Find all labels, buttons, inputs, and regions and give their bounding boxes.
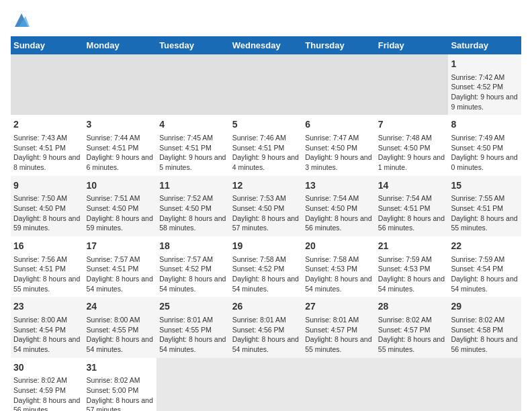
- day-header-friday: Friday: [375, 36, 449, 54]
- day-info: Sunrise: 7:58 AMSunset: 4:53 PMDaylight:…: [305, 255, 373, 294]
- calendar-cell: 20Sunrise: 7:58 AMSunset: 4:53 PMDayligh…: [302, 236, 375, 297]
- day-info: Sunrise: 8:01 AMSunset: 4:56 PMDaylight:…: [232, 315, 300, 355]
- calendar-cell: 10Sunrise: 7:51 AMSunset: 4:50 PMDayligh…: [84, 176, 157, 236]
- calendar-cell: [375, 358, 449, 411]
- day-number: 23: [13, 300, 81, 314]
- day-number: 3: [87, 118, 154, 132]
- calendar-cell: 27Sunrise: 8:01 AMSunset: 4:57 PMDayligh…: [302, 297, 375, 357]
- calendar-cell: [302, 358, 375, 411]
- day-number: 28: [378, 300, 446, 314]
- day-info: Sunrise: 7:50 AMSunset: 4:50 PMDaylight:…: [13, 193, 81, 233]
- day-number: 7: [378, 118, 446, 132]
- calendar-cell: 21Sunrise: 7:59 AMSunset: 4:53 PMDayligh…: [375, 236, 449, 297]
- calendar-cell: 6Sunrise: 7:47 AMSunset: 4:50 PMDaylight…: [302, 115, 375, 175]
- day-number: 12: [232, 179, 300, 193]
- calendar-cell: 4Sunrise: 7:45 AMSunset: 4:51 PMDaylight…: [157, 115, 230, 175]
- calendar-cell: 24Sunrise: 8:00 AMSunset: 4:55 PMDayligh…: [84, 297, 157, 357]
- day-number: 26: [232, 300, 300, 314]
- day-header-tuesday: Tuesday: [157, 36, 230, 54]
- calendar-cell: [230, 54, 303, 115]
- day-number: 2: [13, 118, 81, 132]
- day-number: 5: [232, 118, 300, 132]
- calendar-cell: [230, 358, 303, 411]
- day-info: Sunrise: 7:46 AMSunset: 4:51 PMDaylight:…: [232, 133, 300, 173]
- day-number: 6: [305, 118, 373, 132]
- day-header-wednesday: Wednesday: [230, 36, 303, 54]
- day-header-sunday: Sunday: [11, 36, 84, 54]
- day-number: 16: [13, 240, 81, 253]
- calendar-table: SundayMondayTuesdayWednesdayThursdayFrid…: [11, 36, 521, 411]
- day-header-saturday: Saturday: [448, 36, 521, 54]
- calendar-cell: 19Sunrise: 7:58 AMSunset: 4:52 PMDayligh…: [230, 236, 303, 297]
- calendar-cell: 22Sunrise: 7:59 AMSunset: 4:54 PMDayligh…: [448, 236, 521, 297]
- day-info: Sunrise: 7:56 AMSunset: 4:51 PMDaylight:…: [13, 255, 81, 294]
- calendar-cell: [302, 54, 375, 115]
- calendar-cell: 17Sunrise: 7:57 AMSunset: 4:51 PMDayligh…: [84, 236, 157, 297]
- day-info: Sunrise: 8:01 AMSunset: 4:55 PMDaylight:…: [159, 315, 227, 355]
- day-info: Sunrise: 7:54 AMSunset: 4:51 PMDaylight:…: [378, 193, 446, 233]
- logo-icon: [12, 11, 31, 30]
- day-info: Sunrise: 7:58 AMSunset: 4:52 PMDaylight:…: [232, 255, 300, 294]
- day-number: 17: [87, 240, 154, 253]
- week-row-0: 1Sunrise: 7:42 AMSunset: 4:52 PMDaylight…: [11, 54, 521, 115]
- day-info: Sunrise: 7:53 AMSunset: 4:50 PMDaylight:…: [232, 193, 300, 233]
- day-number: 13: [305, 179, 373, 193]
- day-number: 9: [13, 179, 81, 193]
- day-info: Sunrise: 7:57 AMSunset: 4:52 PMDaylight:…: [159, 255, 227, 294]
- calendar-cell: 16Sunrise: 7:56 AMSunset: 4:51 PMDayligh…: [11, 236, 84, 297]
- calendar-cell: 15Sunrise: 7:55 AMSunset: 4:51 PMDayligh…: [448, 176, 521, 236]
- day-number: 20: [305, 240, 373, 253]
- calendar-cell: 12Sunrise: 7:53 AMSunset: 4:50 PMDayligh…: [230, 176, 303, 236]
- calendar-cell: 31Sunrise: 8:02 AMSunset: 5:00 PMDayligh…: [84, 358, 157, 411]
- day-info: Sunrise: 8:02 AMSunset: 4:57 PMDaylight:…: [378, 315, 446, 355]
- day-header-thursday: Thursday: [302, 36, 375, 54]
- calendar-cell: 26Sunrise: 8:01 AMSunset: 4:56 PMDayligh…: [230, 297, 303, 357]
- day-number: 31: [87, 361, 154, 375]
- calendar-cell: 28Sunrise: 8:02 AMSunset: 4:57 PMDayligh…: [375, 297, 449, 357]
- calendar-cell: [157, 54, 230, 115]
- day-number: 11: [159, 179, 227, 193]
- calendar-cell: 8Sunrise: 7:49 AMSunset: 4:50 PMDaylight…: [448, 115, 521, 175]
- calendar-cell: 13Sunrise: 7:54 AMSunset: 4:50 PMDayligh…: [302, 176, 375, 236]
- day-info: Sunrise: 8:00 AMSunset: 4:54 PMDaylight:…: [13, 315, 81, 355]
- day-number: 25: [159, 300, 227, 314]
- calendar-cell: 23Sunrise: 8:00 AMSunset: 4:54 PMDayligh…: [11, 297, 84, 357]
- day-number: 21: [378, 240, 446, 253]
- week-row-3: 16Sunrise: 7:56 AMSunset: 4:51 PMDayligh…: [11, 236, 521, 297]
- day-info: Sunrise: 7:51 AMSunset: 4:50 PMDaylight:…: [87, 193, 154, 233]
- calendar-cell: [157, 358, 230, 411]
- day-number: 27: [305, 300, 373, 314]
- week-row-5: 30Sunrise: 8:02 AMSunset: 4:59 PMDayligh…: [11, 358, 521, 411]
- day-info: Sunrise: 7:43 AMSunset: 4:51 PMDaylight:…: [13, 133, 81, 173]
- day-info: Sunrise: 7:59 AMSunset: 4:54 PMDaylight:…: [451, 255, 519, 294]
- day-number: 8: [451, 118, 519, 132]
- calendar-cell: 2Sunrise: 7:43 AMSunset: 4:51 PMDaylight…: [11, 115, 84, 175]
- day-number: 22: [451, 240, 519, 253]
- day-number: 24: [87, 300, 154, 314]
- day-info: Sunrise: 7:47 AMSunset: 4:50 PMDaylight:…: [305, 133, 373, 173]
- day-number: 15: [451, 179, 519, 193]
- day-number: 10: [87, 179, 154, 193]
- day-info: Sunrise: 7:44 AMSunset: 4:51 PMDaylight:…: [87, 133, 154, 173]
- day-info: Sunrise: 8:02 AMSunset: 4:58 PMDaylight:…: [451, 315, 519, 355]
- calendar-cell: [375, 54, 449, 115]
- day-info: Sunrise: 7:49 AMSunset: 4:50 PMDaylight:…: [451, 133, 519, 173]
- day-info: Sunrise: 8:02 AMSunset: 5:00 PMDaylight:…: [87, 375, 154, 411]
- calendar-cell: [11, 54, 84, 115]
- week-row-4: 23Sunrise: 8:00 AMSunset: 4:54 PMDayligh…: [11, 297, 521, 357]
- page-header: [11, 11, 521, 30]
- calendar-cell: 7Sunrise: 7:48 AMSunset: 4:50 PMDaylight…: [375, 115, 449, 175]
- calendar-cell: 3Sunrise: 7:44 AMSunset: 4:51 PMDaylight…: [84, 115, 157, 175]
- day-info: Sunrise: 7:52 AMSunset: 4:50 PMDaylight:…: [159, 193, 227, 233]
- logo: [11, 11, 31, 30]
- day-number: 14: [378, 179, 446, 193]
- calendar-cell: 18Sunrise: 7:57 AMSunset: 4:52 PMDayligh…: [157, 236, 230, 297]
- day-info: Sunrise: 8:01 AMSunset: 4:57 PMDaylight:…: [305, 315, 373, 355]
- day-header-monday: Monday: [84, 36, 157, 54]
- calendar-cell: 14Sunrise: 7:54 AMSunset: 4:51 PMDayligh…: [375, 176, 449, 236]
- calendar-cell: [84, 54, 157, 115]
- day-info: Sunrise: 7:45 AMSunset: 4:51 PMDaylight:…: [159, 133, 227, 173]
- day-info: Sunrise: 8:00 AMSunset: 4:55 PMDaylight:…: [87, 315, 154, 355]
- week-row-1: 2Sunrise: 7:43 AMSunset: 4:51 PMDaylight…: [11, 115, 521, 175]
- calendar-cell: 9Sunrise: 7:50 AMSunset: 4:50 PMDaylight…: [11, 176, 84, 236]
